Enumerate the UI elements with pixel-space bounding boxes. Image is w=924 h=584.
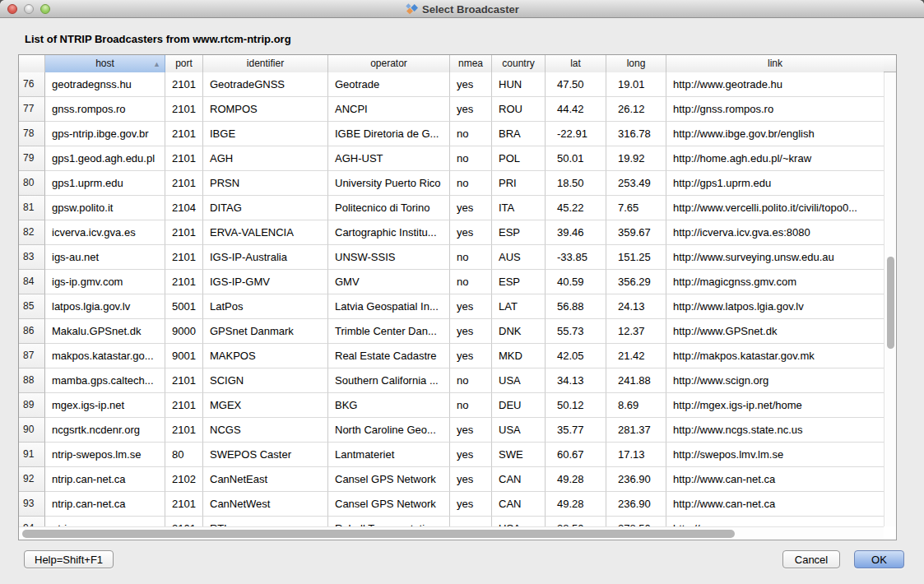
horizontal-scrollbar[interactable] <box>19 526 884 540</box>
row-number-cell: 92 <box>19 467 45 492</box>
table-row[interactable]: 89mgex.igs-ip.net2101MGEXBKGnoDEU50.128.… <box>19 393 884 418</box>
select-broadcaster-window: Select Broadcaster List of NTRIP Broadca… <box>0 0 924 584</box>
cell-link: http://www.ibge.gov.br/english <box>666 122 884 146</box>
table-row[interactable]: 87makpos.katastar.go...9001MAKPOSReal Es… <box>19 344 884 368</box>
cell-lat: 50.12 <box>546 393 606 418</box>
cell-nmea: no <box>450 270 492 294</box>
vertical-scrollbar-thumb[interactable] <box>887 257 894 349</box>
cell-long: 236.90 <box>606 467 666 492</box>
table-row[interactable]: 86Makalu.GPSnet.dk9000GPSnet DanmarkTrim… <box>19 319 884 344</box>
cell-operator: Cansel GPS Network <box>328 467 450 492</box>
column-header-port[interactable]: port <box>165 55 203 72</box>
cell-country: BRA <box>492 122 546 146</box>
table-row[interactable]: 85latpos.lgia.gov.lv5001LatPosLatvia Geo… <box>19 294 884 319</box>
cell-nmea: yes <box>450 220 492 245</box>
cell-long: 19.92 <box>606 146 666 171</box>
cell-nmea: yes <box>450 97 492 122</box>
row-number-cell: 91 <box>19 443 45 467</box>
column-header-identifier[interactable]: identifier <box>203 55 328 72</box>
window-titlebar[interactable]: Select Broadcaster <box>0 0 924 18</box>
ok-button[interactable]: OK <box>854 550 904 568</box>
table-row[interactable]: 92ntrip.can-net.ca2102CanNetEastCansel G… <box>19 467 884 492</box>
cell-port: 2101 <box>165 418 203 443</box>
cell-country: ROU <box>492 97 546 122</box>
cell-host: gps-ntrip.ibge.gov.br <box>45 122 165 146</box>
cell-link: http://icverva.icv.gva.es:8080 <box>666 220 884 245</box>
table-row[interactable]: 84igs-ip.gmv.com2101IGS-IP-GMVGMVnoESP40… <box>19 270 884 294</box>
cell-port: 2101 <box>165 97 203 122</box>
cell-port: 2101 <box>165 171 203 196</box>
row-number-cell: 82 <box>19 220 45 245</box>
row-number-cell: 81 <box>19 196 45 220</box>
cell-nmea: yes <box>450 492 492 517</box>
cell-long: 12.37 <box>606 319 666 344</box>
cell-link: http://gps1.uprm.edu <box>666 171 884 196</box>
cell-country: MKD <box>492 344 546 368</box>
cell-host: mamba.gps.caltech... <box>45 368 165 393</box>
cell-port: 2101 <box>165 146 203 171</box>
cell-nmea: yes <box>450 418 492 443</box>
cell-country: ESP <box>492 270 546 294</box>
cell-link: http://www.vercelli.polito.it/civili/top… <box>666 196 884 220</box>
cell-lat: 55.73 <box>546 319 606 344</box>
cell-port: 2101 <box>165 368 203 393</box>
table-row[interactable]: 83igs-au.net2101IGS-IP-AustraliaUNSW-SSI… <box>19 245 884 270</box>
cell-identifier: AGH <box>203 146 328 171</box>
cancel-button[interactable]: Cancel <box>782 550 840 568</box>
table-row[interactable]: 88mamba.gps.caltech...2101SCIGNSouthern … <box>19 368 884 393</box>
row-number-cell: 78 <box>19 122 45 146</box>
table-row[interactable]: 80gps1.uprm.edu2101PRSNUniversity Puerto… <box>19 171 884 196</box>
cell-operator: Cansel GPS Network <box>328 492 450 517</box>
cell-long: 24.13 <box>606 294 666 319</box>
cell-identifier: DITAG <box>203 196 328 220</box>
column-header-link[interactable]: link <box>666 55 884 72</box>
help-button[interactable]: Help=Shift+F1 <box>24 550 114 568</box>
table-row[interactable]: 81gpsw.polito.it2104DITAGPolitecnico di … <box>19 196 884 220</box>
cell-nmea: yes <box>450 294 492 319</box>
cell-identifier: PRSN <box>203 171 328 196</box>
cell-port: 2101 <box>165 393 203 418</box>
vertical-scrollbar[interactable] <box>884 72 896 527</box>
cell-lat: 42.05 <box>546 344 606 368</box>
column-header-country[interactable]: country <box>492 55 546 72</box>
cell-lat: 39.46 <box>546 220 606 245</box>
cell-link: http://www.can-net.ca <box>666 492 884 517</box>
cell-operator: University Puerto Rico <box>328 171 450 196</box>
cell-link: http://www.GPSnet.dk <box>666 319 884 344</box>
table-row[interactable]: 91ntrip-swepos.lm.se80SWEPOS CasterLantm… <box>19 443 884 467</box>
table-row[interactable]: 79gps1.geod.agh.edu.pl2101AGHAGH-USTnoPO… <box>19 146 884 171</box>
cell-nmea: no <box>450 245 492 270</box>
cell-identifier: GeotradeGNSS <box>203 72 328 97</box>
cell-lat: 34.13 <box>546 368 606 393</box>
title-area: Select Broadcaster <box>0 0 924 18</box>
table-row[interactable]: 78gps-ntrip.ibge.gov.br2101IBGEIGBE Dire… <box>19 122 884 146</box>
table-row[interactable]: 90ncgsrtk.ncdenr.org2101NCGSNorth Caroli… <box>19 418 884 443</box>
cell-long: 241.88 <box>606 368 666 393</box>
row-number-cell: 89 <box>19 393 45 418</box>
cell-identifier: ROMPOS <box>203 97 328 122</box>
cell-port: 2101 <box>165 270 203 294</box>
column-header-nmea[interactable]: nmea <box>450 55 492 72</box>
table-row[interactable]: 76geotradegnss.hu2101GeotradeGNSSGeotrad… <box>19 72 884 97</box>
table-row[interactable]: 77gnss.rompos.ro2101ROMPOSANCPIyesROU44.… <box>19 97 884 122</box>
cell-link: http://home.agh.edu.pl/~kraw <box>666 146 884 171</box>
table-row[interactable]: 93ntrip.can-net.ca2101CanNetWestCansel G… <box>19 492 884 517</box>
column-header-host[interactable]: host ▲ <box>45 55 165 72</box>
row-number-cell: 83 <box>19 245 45 270</box>
cell-lat: 45.22 <box>546 196 606 220</box>
cell-identifier: LatPos <box>203 294 328 319</box>
cell-link: http://www.scign.org <box>666 368 884 393</box>
table-row[interactable]: 82icverva.icv.gva.es2101ERVA-VALENCIACar… <box>19 220 884 245</box>
cell-host: ntrip.can-net.ca <box>45 492 165 517</box>
cell-identifier: IGS-IP-Australia <box>203 245 328 270</box>
cell-operator: Politecnico di Torino <box>328 196 450 220</box>
corner-header-cell <box>19 55 45 72</box>
cell-port: 2101 <box>165 492 203 517</box>
cell-operator: ANCPI <box>328 97 450 122</box>
column-header-lat[interactable]: lat <box>546 55 606 72</box>
cell-country: AUS <box>492 245 546 270</box>
cell-link: http://gnss.rompos.ro <box>666 97 884 122</box>
column-header-operator[interactable]: operator <box>328 55 450 72</box>
column-header-long[interactable]: long <box>606 55 666 72</box>
horizontal-scrollbar-thumb[interactable] <box>22 530 735 538</box>
